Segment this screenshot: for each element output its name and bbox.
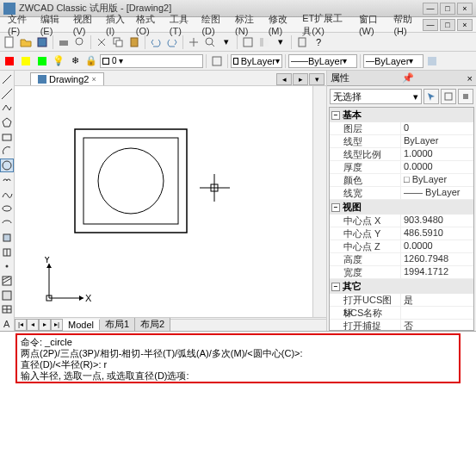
style-button[interactable]: [424, 53, 440, 69]
tab-next-button[interactable]: ▸: [293, 73, 308, 85]
calc-button[interactable]: [294, 34, 310, 50]
prop-category[interactable]: −基本: [330, 108, 473, 122]
tab-list-button[interactable]: ▾: [309, 73, 325, 85]
revcloud-tool[interactable]: [0, 173, 14, 187]
pickbox-button[interactable]: [458, 89, 473, 104]
prop-row[interactable]: 线型ByLayer: [330, 135, 473, 148]
properties-grid[interactable]: −基本图层0线型ByLayer线型比例1.0000厚度0.0000颜色□ ByL…: [329, 107, 474, 331]
prop-row[interactable]: 打开UCS图标是: [330, 294, 473, 307]
doc-minimize-button[interactable]: —: [423, 19, 438, 31]
make-block-tool[interactable]: [0, 246, 14, 259]
layer-freeze-icon[interactable]: ❄: [67, 53, 83, 69]
construction-line-tool[interactable]: [0, 87, 14, 101]
prop-row[interactable]: 中心点 Z0.0000: [330, 240, 473, 253]
prop-row[interactable]: 线型比例1.0000: [330, 148, 473, 161]
region-tool[interactable]: [0, 289, 14, 302]
prop-row[interactable]: 打开捕捉否: [330, 320, 473, 331]
menu-window[interactable]: 窗口(W): [355, 13, 389, 36]
preview-button[interactable]: [72, 34, 88, 50]
zoom-window-button[interactable]: ▾: [219, 34, 234, 50]
select-objects-button[interactable]: [441, 89, 456, 104]
doc-close-button[interactable]: ×: [457, 19, 473, 31]
arc-tool[interactable]: [0, 145, 14, 159]
menu-file[interactable]: 文件(F): [3, 13, 36, 36]
hatch-tool[interactable]: [0, 274, 14, 288]
layer-color-3[interactable]: [34, 53, 50, 69]
menu-insert[interactable]: 插入(I): [102, 13, 132, 36]
menu-format[interactable]: 格式(O): [132, 13, 165, 36]
help-button[interactable]: ?: [311, 34, 326, 50]
panel-close-icon[interactable]: ×: [467, 73, 473, 84]
menu-help[interactable]: 帮助(H): [389, 13, 423, 36]
cut-button[interactable]: [94, 34, 109, 50]
selection-dropdown[interactable]: 无选择▾: [330, 89, 422, 104]
point-tool[interactable]: [0, 259, 14, 273]
prop-category[interactable]: −其它: [330, 279, 473, 294]
save-button[interactable]: [34, 34, 50, 50]
prop-row[interactable]: 线宽—— ByLayer: [330, 187, 473, 200]
new-button[interactable]: [2, 34, 17, 50]
menu-view[interactable]: 视图(V): [69, 13, 102, 36]
layout-last-button[interactable]: ▸|: [51, 319, 63, 331]
tab-layout2[interactable]: 布局2: [135, 318, 170, 331]
canvas-scrollbar-v[interactable]: [312, 86, 326, 317]
line-tool[interactable]: [0, 72, 14, 86]
prop-row[interactable]: 厚度0.0000: [330, 161, 473, 174]
doc-tab-close-icon[interactable]: ×: [91, 75, 96, 84]
circle-tool[interactable]: [0, 159, 14, 172]
undo-button[interactable]: [148, 34, 164, 50]
drawing-canvas[interactable]: X Y: [15, 86, 326, 317]
prop-row[interactable]: 颜色□ ByLayer: [330, 174, 473, 187]
prop-row[interactable]: 图层0: [330, 122, 473, 135]
tab-prev-button[interactable]: ◂: [276, 73, 292, 85]
pan-button[interactable]: [186, 34, 201, 50]
tool-palette-button[interactable]: ▾: [273, 34, 288, 50]
layout-next-button[interactable]: ▸: [39, 319, 51, 331]
paste-button[interactable]: [127, 34, 142, 50]
doc-maximize-button[interactable]: □: [440, 19, 455, 31]
table-tool[interactable]: [0, 303, 14, 317]
redo-button[interactable]: [164, 34, 180, 50]
close-button[interactable]: ×: [457, 3, 473, 15]
insert-block-tool[interactable]: [0, 231, 14, 245]
pin-icon[interactable]: 📌: [402, 72, 414, 84]
text-tool[interactable]: A: [0, 317, 14, 331]
polygon-tool[interactable]: [0, 115, 14, 129]
command-history[interactable]: 命令: _circle两点(2P)/三点(3P)/相切-相切-半径(T)/弧线(…: [15, 333, 461, 383]
doc-tab-drawing2[interactable]: Drawing2 ×: [30, 72, 104, 85]
layer-lightbulb-icon[interactable]: 💡: [51, 53, 66, 69]
polyline-tool[interactable]: [0, 101, 14, 115]
spline-tool[interactable]: [0, 188, 14, 202]
prop-row[interactable]: 中心点 X903.9480: [330, 215, 473, 227]
zoom-button[interactable]: [202, 34, 218, 50]
copy-button[interactable]: [110, 34, 126, 50]
menu-modify[interactable]: 修改(M): [264, 13, 299, 36]
layer-dropdown[interactable]: 0 ▾: [100, 54, 203, 68]
canvas-scrollbar-h[interactable]: [170, 319, 326, 331]
prop-row[interactable]: UCS名称: [330, 307, 473, 320]
design-center-button[interactable]: [257, 34, 272, 50]
layout-first-button[interactable]: |◂: [15, 319, 27, 331]
menu-dim[interactable]: 标注(N): [231, 13, 264, 36]
menu-tools[interactable]: 工具(T): [165, 13, 198, 36]
maximize-button[interactable]: □: [440, 3, 455, 15]
linetype-dropdown[interactable]: —— ByLayer ▾: [288, 54, 357, 68]
ellipse-tool[interactable]: [0, 202, 14, 216]
prop-row[interactable]: 高度1260.7948: [330, 253, 473, 266]
layer-states-button[interactable]: [209, 53, 225, 69]
prop-category[interactable]: −视图: [330, 200, 473, 215]
layer-color-1[interactable]: [2, 53, 17, 69]
lineweight-dropdown[interactable]: — ByLayer ▾: [363, 54, 423, 68]
minimize-button[interactable]: —: [423, 3, 438, 15]
prop-row[interactable]: 中心点 Y486.5910: [330, 227, 473, 240]
layer-color-2[interactable]: [18, 53, 34, 69]
print-button[interactable]: [56, 34, 71, 50]
quick-select-button[interactable]: [423, 89, 439, 104]
rectangle-tool[interactable]: [0, 130, 14, 144]
tab-model[interactable]: Model: [63, 320, 100, 330]
menu-draw[interactable]: 绘图(D): [197, 13, 231, 36]
open-button[interactable]: [18, 34, 34, 50]
ellipse-arc-tool[interactable]: [0, 216, 14, 230]
tab-layout1[interactable]: 布局1: [100, 318, 135, 331]
properties-button[interactable]: [240, 34, 256, 50]
